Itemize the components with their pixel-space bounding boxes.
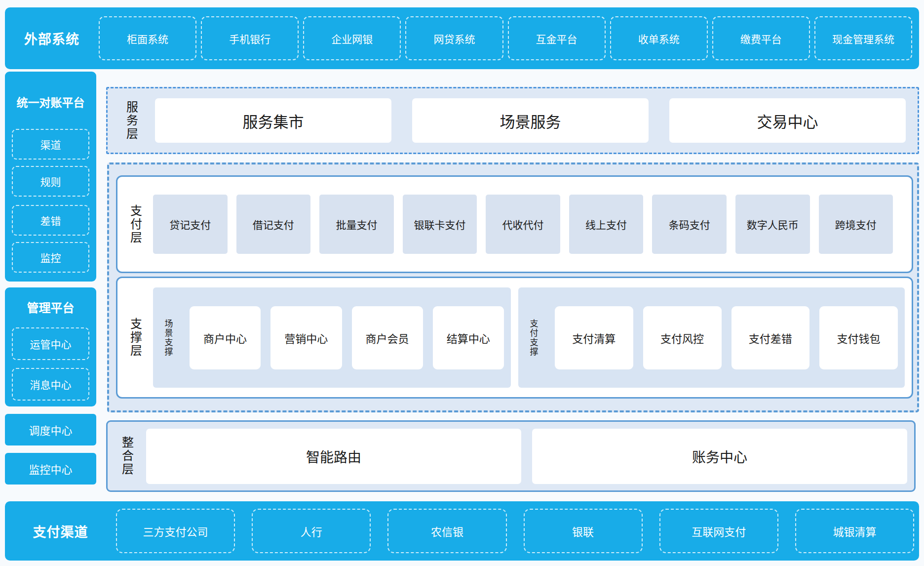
external-systems-bar: 外部系统 柜面系统 手机银行 企业网银 网贷系统 互金平台 收单系统 缴费平台 … (5, 7, 919, 69)
node-intelligent-routing: 智能路由 (146, 429, 521, 484)
node-cash-management-system: 现金管理系统 (814, 16, 912, 60)
node-fee-payment-platform: 缴费平台 (712, 16, 810, 60)
node-monitoring: 监控 (12, 242, 89, 273)
payment-architecture-diagram: 外部系统 柜面系统 手机银行 企业网银 网贷系统 互金平台 收单系统 缴费平台 … (0, 0, 924, 566)
payment-layer-label: 支付层 (117, 177, 153, 272)
node-merchant-member: 商户会员 (352, 306, 423, 369)
node-message-center: 消息中心 (12, 368, 89, 401)
service-layer-label: 服务层 (108, 88, 155, 153)
node-credit-payment: 贷记支付 (153, 195, 228, 254)
payment-channels-bar: 支付渠道 三方支付公司 人行 农信银 银联 互联网支付 城银清算 (5, 501, 919, 561)
node-city-bank-clearing: 城银清算 (795, 509, 914, 553)
node-unionpay-card-payment: 银联卡支付 (403, 195, 477, 254)
node-unionpay: 银联 (524, 509, 643, 553)
node-digital-rmb: 数字人民币 (735, 195, 810, 254)
payment-channels-items: 三方支付公司 人行 农信银 银联 互联网支付 城银清算 (116, 509, 914, 553)
node-counter-system: 柜面系统 (99, 16, 196, 60)
management-platform-title: 管理平台 (12, 298, 89, 316)
scene-support-label: 场景支撑 (156, 287, 180, 388)
node-dispatch-center: 调度中心 (5, 414, 96, 445)
node-batch-payment: 批量支付 (319, 195, 394, 254)
support-layer-container: 支撑层 场景支撑 商户中心 营销中心 商户会员 结算中心 支付支撑 支付清算 支… (116, 277, 913, 399)
node-discrepancy: 差错 (12, 205, 89, 236)
node-operation-center: 运管中心 (12, 327, 89, 360)
node-rules: 规则 (12, 166, 89, 197)
node-collection-agency-payment: 代收代付 (486, 195, 560, 254)
node-payment-clearing: 支付清算 (555, 306, 633, 369)
integration-layer-items: 智能路由 账务中心 (146, 429, 907, 484)
reconciliation-platform-title: 统一对账平台 (12, 93, 89, 110)
scene-support-group: 场景支撑 商户中心 营销中心 商户会员 结算中心 (153, 287, 511, 388)
node-online-payment: 线上支付 (569, 195, 644, 254)
integration-layer-container: 整合层 智能路由 账务中心 (106, 420, 916, 492)
node-corporate-ebank: 企业网银 (303, 16, 401, 60)
payment-support-label: 支付支撑 (521, 287, 545, 388)
integration-layer-label: 整合层 (108, 422, 146, 490)
node-channel: 渠道 (12, 129, 89, 160)
node-online-loan-system: 网贷系统 (405, 16, 503, 60)
node-scenario-service: 场景服务 (412, 98, 649, 143)
node-marketing-center: 营销中心 (270, 306, 342, 369)
node-payment-discrepancy: 支付差错 (732, 306, 810, 369)
external-systems-title: 外部系统 (5, 29, 99, 48)
node-rural-credit-bank: 农信银 (387, 509, 506, 553)
node-barcode-payment: 条码支付 (652, 195, 727, 254)
node-mobile-banking: 手机银行 (201, 16, 299, 60)
node-settlement-center: 结算中心 (433, 306, 504, 369)
node-merchant-center: 商户中心 (190, 306, 261, 369)
node-internet-finance-platform: 互金平台 (508, 16, 606, 60)
node-third-party-payment-company: 三方支付公司 (116, 509, 235, 553)
external-systems-items: 柜面系统 手机银行 企业网银 网贷系统 互金平台 收单系统 缴费平台 现金管理系… (99, 16, 912, 60)
node-cross-border-payment: 跨境支付 (819, 195, 893, 254)
node-service-market: 服务集市 (155, 98, 391, 143)
payment-channels-title: 支付渠道 (5, 522, 116, 541)
node-debit-payment: 借记支付 (236, 195, 311, 254)
node-accounting-center: 账务中心 (532, 429, 907, 484)
service-layer-container: 服务层 服务集市 场景服务 交易中心 (106, 87, 919, 154)
support-layer-groups: 场景支撑 商户中心 营销中心 商户会员 结算中心 支付支撑 支付清算 支付风控 … (153, 287, 905, 388)
node-payment-risk-control: 支付风控 (643, 306, 722, 369)
node-pboc: 人行 (252, 509, 371, 553)
payment-support-group: 支付支撑 支付清算 支付风控 支付差错 支付钱包 (518, 287, 905, 388)
node-monitoring-center: 监控中心 (5, 453, 96, 485)
reconciliation-platform-card: 统一对账平台 渠道 规则 差错 监控 (5, 72, 96, 282)
node-internet-payment: 互联网支付 (659, 509, 778, 553)
support-layer-label: 支撑层 (117, 278, 153, 397)
node-transaction-center: 交易中心 (669, 98, 906, 143)
node-acquiring-system: 收单系统 (610, 16, 708, 60)
service-layer-items: 服务集市 场景服务 交易中心 (155, 98, 906, 143)
node-payment-wallet: 支付钱包 (819, 306, 898, 369)
core-layers-container: 支付层 贷记支付 借记支付 批量支付 银联卡支付 代收代付 线上支付 条码支付 … (107, 162, 919, 412)
payment-layer-items: 贷记支付 借记支付 批量支付 银联卡支付 代收代付 线上支付 条码支付 数字人民… (153, 195, 893, 254)
payment-layer-container: 支付层 贷记支付 借记支付 批量支付 银联卡支付 代收代付 线上支付 条码支付 … (116, 175, 913, 273)
management-platform-card: 管理平台 运管中心 消息中心 (5, 287, 96, 406)
